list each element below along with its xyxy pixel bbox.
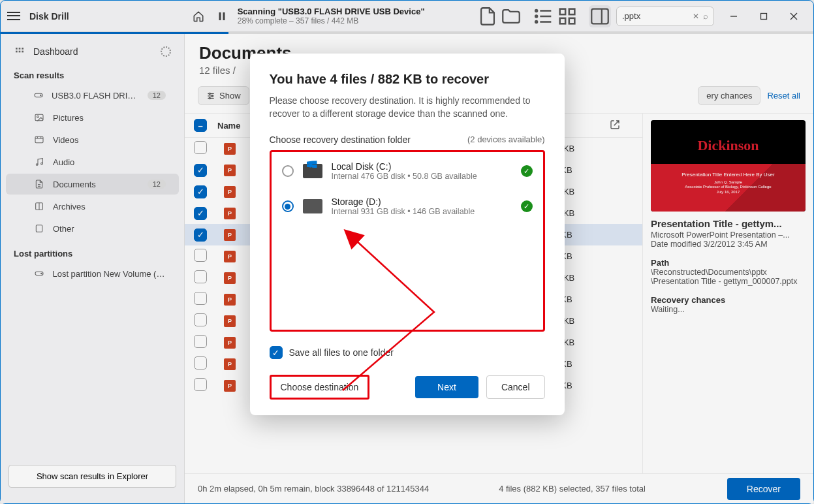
windows-drive-icon: [303, 164, 322, 178]
filter-input[interactable]: .pptx ✕ ⌕: [616, 7, 714, 26]
ok-check-icon: ✓: [521, 165, 533, 177]
scan-status: Scanning "USB3.0 FLASH DRIVE USB Device"…: [238, 7, 440, 25]
clear-filter-icon[interactable]: ✕: [693, 12, 699, 21]
svg-rect-28: [35, 136, 43, 142]
recovery-chances-button[interactable]: ery chances: [698, 86, 760, 105]
drive-icon: [33, 268, 44, 279]
pptx-icon: P: [224, 186, 236, 198]
home-icon[interactable]: [187, 5, 210, 28]
recover-button[interactable]: Recover: [727, 478, 800, 500]
svg-rect-11: [569, 18, 575, 24]
destination-local-disk-c[interactable]: Local Disk (C:)Internal 476 GB disk • 50…: [273, 153, 542, 189]
pause-icon[interactable]: [210, 5, 234, 28]
svg-rect-19: [19, 48, 21, 50]
row-checkbox[interactable]: [194, 335, 207, 348]
sidebar-item-archives[interactable]: Archives: [6, 196, 179, 217]
row-checkbox[interactable]: [194, 356, 207, 370]
svg-rect-38: [36, 225, 42, 232]
pptx-icon: P: [224, 143, 236, 155]
radio-icon[interactable]: [282, 165, 294, 177]
svg-rect-20: [22, 48, 23, 50]
folder-icon[interactable]: [500, 5, 522, 27]
destination-storage-d[interactable]: Storage (D:)Internal 931 GB disk • 146 G…: [273, 189, 542, 224]
row-checkbox[interactable]: [194, 185, 207, 198]
svg-rect-15: [761, 13, 767, 19]
svg-point-40: [40, 273, 41, 274]
svg-point-6: [535, 15, 537, 17]
sidebar: Dashboard Scan results USB3.0 FLASH DRIV…: [1, 34, 185, 503]
other-icon: [33, 223, 45, 234]
sidebar-item-dashboard[interactable]: Dashboard: [1, 42, 184, 61]
row-checkbox[interactable]: [194, 228, 207, 242]
pptx-icon: P: [224, 272, 236, 284]
cancel-button[interactable]: Cancel: [486, 375, 545, 399]
svg-rect-9: [569, 8, 575, 14]
preview-type: Microsoft PowerPoint Presentation –...: [651, 230, 806, 240]
pptx-icon: P: [224, 208, 236, 219]
pptx-icon: P: [224, 337, 236, 349]
select-all-checkbox[interactable]: [194, 119, 207, 132]
chances-value: Waiting...: [651, 305, 806, 314]
svg-point-44: [209, 93, 210, 94]
svg-point-46: [209, 97, 210, 99]
pptx-icon: P: [224, 294, 236, 306]
row-checkbox[interactable]: [194, 141, 207, 154]
search-icon[interactable]: ⌕: [703, 11, 708, 21]
pptx-icon: P: [224, 315, 236, 327]
pptx-icon: P: [224, 358, 236, 370]
lost-partitions-heading: Lost partitions: [1, 240, 184, 262]
drive-icon: [33, 89, 44, 101]
archives-icon: [33, 200, 45, 212]
sidebar-item-documents[interactable]: Documents12: [6, 174, 179, 195]
sidebar-item-pictures[interactable]: Pictures: [6, 107, 179, 128]
pptx-icon: P: [224, 165, 236, 176]
choose-destination-button[interactable]: Choose destination: [270, 375, 370, 400]
svg-rect-18: [16, 48, 18, 50]
reset-all-link[interactable]: Reset all: [767, 91, 800, 101]
show-filter-button[interactable]: Show: [198, 86, 249, 105]
row-checkbox[interactable]: [194, 164, 207, 177]
row-checkbox[interactable]: [194, 292, 207, 305]
file-icon[interactable]: [477, 5, 499, 27]
save-all-checkbox[interactable]: [270, 346, 283, 359]
svg-rect-23: [22, 51, 23, 53]
destination-list: Local Disk (C:)Internal 476 GB disk • 50…: [270, 150, 545, 332]
drive-badge: 12: [148, 91, 166, 100]
svg-point-33: [41, 163, 43, 165]
menu-icon[interactable]: [6, 8, 22, 24]
preview-thumbnail: Dickinson Presentation Title Entered Her…: [651, 120, 806, 212]
sidebar-item-audio[interactable]: Audio: [6, 151, 179, 172]
svg-point-7: [535, 21, 537, 23]
svg-point-5: [535, 10, 537, 12]
panel-toggle-icon[interactable]: [589, 5, 611, 27]
minimize-icon[interactable]: [719, 6, 748, 27]
choose-folder-label: Choose recovery destination folder: [270, 134, 411, 145]
sidebar-item-drive[interactable]: USB3.0 FLASH DRIVE USB... 12: [6, 85, 179, 106]
sidebar-item-lost-volume[interactable]: Lost partition New Volume (N...: [6, 263, 179, 284]
next-button[interactable]: Next: [415, 376, 478, 398]
maximize-icon[interactable]: [749, 6, 778, 27]
svg-rect-10: [560, 18, 566, 24]
scan-results-heading: Scan results: [1, 61, 184, 84]
radio-icon[interactable]: [282, 200, 294, 212]
sidebar-item-videos[interactable]: Videos: [6, 129, 179, 150]
grid-view-icon[interactable]: [556, 5, 578, 27]
recovery-destination-modal: You have 4 files / 882 KB to recover Ple…: [250, 54, 565, 415]
preview-filename: Presentation Title - gettym...: [651, 218, 806, 229]
row-checkbox[interactable]: [194, 270, 207, 283]
row-checkbox[interactable]: [194, 207, 207, 220]
svg-point-25: [40, 95, 41, 95]
row-checkbox[interactable]: [194, 378, 207, 391]
open-external-icon[interactable]: [610, 119, 633, 132]
selection-summary: 4 files (882 KB) selected, 357 files tot…: [499, 484, 646, 494]
sidebar-item-other[interactable]: Other: [6, 218, 179, 239]
svg-rect-12: [591, 8, 608, 24]
show-results-explorer-button[interactable]: Show scan results in Explorer: [8, 465, 176, 488]
row-checkbox[interactable]: [194, 313, 207, 326]
drive-label: USB3.0 FLASH DRIVE USB...: [52, 91, 140, 101]
ok-check-icon: ✓: [521, 200, 533, 212]
list-view-icon[interactable]: [533, 5, 555, 27]
row-checkbox[interactable]: [194, 249, 207, 262]
close-icon[interactable]: [779, 6, 808, 27]
svg-rect-22: [19, 51, 21, 53]
